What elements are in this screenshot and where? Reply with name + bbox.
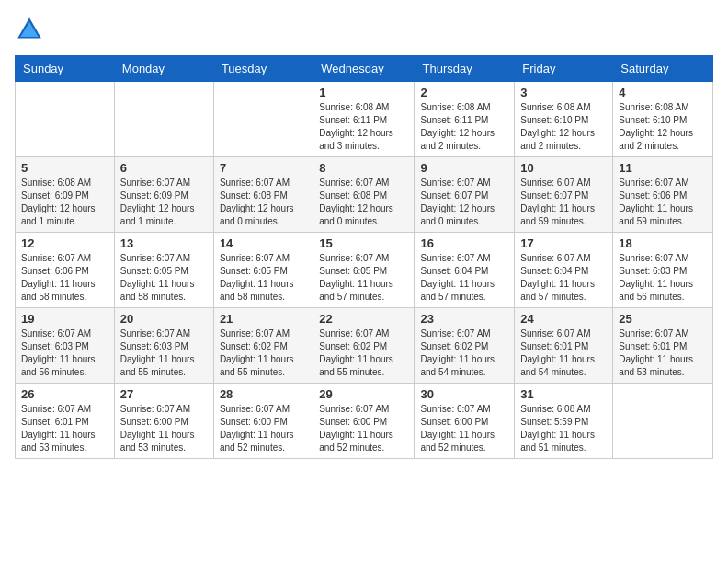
day-info: Sunrise: 6:07 AM Sunset: 6:05 PM Dayligh…	[319, 252, 408, 304]
logo-icon	[15, 15, 44, 44]
day-info: Sunrise: 6:07 AM Sunset: 6:00 PM Dayligh…	[120, 403, 208, 454]
day-number: 25	[619, 312, 707, 326]
calendar-cell: 26Sunrise: 6:07 AM Sunset: 6:01 PM Dayli…	[16, 384, 115, 459]
calendar-header-tuesday: Tuesday	[213, 56, 313, 82]
day-info: Sunrise: 6:07 AM Sunset: 6:08 PM Dayligh…	[220, 177, 307, 228]
calendar-cell: 12Sunrise: 6:07 AM Sunset: 6:06 PM Dayli…	[16, 233, 115, 308]
day-number: 27	[120, 387, 208, 401]
day-number: 13	[120, 236, 208, 250]
calendar-cell: 21Sunrise: 6:07 AM Sunset: 6:02 PM Dayli…	[213, 308, 313, 384]
day-number: 2	[420, 86, 508, 99]
calendar-header-thursday: Thursday	[415, 56, 515, 82]
day-info: Sunrise: 6:07 AM Sunset: 6:04 PM Dayligh…	[420, 252, 508, 304]
day-number: 11	[619, 161, 707, 175]
day-number: 6	[120, 161, 208, 175]
day-info: Sunrise: 6:07 AM Sunset: 6:05 PM Dayligh…	[120, 252, 208, 304]
calendar-cell: 24Sunrise: 6:07 AM Sunset: 6:01 PM Dayli…	[515, 308, 613, 384]
day-number: 20	[120, 312, 208, 326]
calendar-cell: 14Sunrise: 6:07 AM Sunset: 6:05 PM Dayli…	[213, 233, 313, 308]
day-number: 24	[520, 312, 607, 326]
day-number: 10	[520, 161, 607, 175]
page: SundayMondayTuesdayWednesdayThursdayFrid…	[0, 0, 728, 474]
day-info: Sunrise: 6:07 AM Sunset: 6:02 PM Dayligh…	[220, 327, 307, 379]
day-info: Sunrise: 6:08 AM Sunset: 6:11 PM Dayligh…	[319, 101, 408, 153]
calendar-cell: 2Sunrise: 6:08 AM Sunset: 6:11 PM Daylig…	[415, 82, 515, 157]
day-number: 31	[520, 387, 607, 401]
calendar-cell	[213, 82, 313, 157]
day-number: 26	[21, 387, 108, 401]
day-info: Sunrise: 6:07 AM Sunset: 6:00 PM Dayligh…	[420, 403, 508, 454]
calendar-cell	[613, 384, 713, 459]
calendar-header-wednesday: Wednesday	[313, 56, 415, 82]
calendar-cell: 9Sunrise: 6:07 AM Sunset: 6:07 PM Daylig…	[415, 157, 515, 233]
day-number: 9	[420, 161, 508, 175]
day-info: Sunrise: 6:07 AM Sunset: 6:05 PM Dayligh…	[220, 252, 307, 304]
day-info: Sunrise: 6:07 AM Sunset: 6:00 PM Dayligh…	[220, 403, 307, 454]
calendar-week-row: 12Sunrise: 6:07 AM Sunset: 6:06 PM Dayli…	[16, 233, 713, 308]
day-number: 21	[220, 312, 307, 326]
day-info: Sunrise: 6:08 AM Sunset: 5:59 PM Dayligh…	[520, 403, 607, 454]
calendar-cell: 29Sunrise: 6:07 AM Sunset: 6:00 PM Dayli…	[313, 384, 415, 459]
day-info: Sunrise: 6:07 AM Sunset: 6:07 PM Dayligh…	[520, 177, 607, 228]
day-info: Sunrise: 6:07 AM Sunset: 6:01 PM Dayligh…	[619, 327, 707, 379]
day-info: Sunrise: 6:08 AM Sunset: 6:09 PM Dayligh…	[21, 177, 108, 228]
day-number: 3	[520, 86, 607, 99]
calendar-week-row: 19Sunrise: 6:07 AM Sunset: 6:03 PM Dayli…	[16, 308, 713, 384]
day-number: 23	[420, 312, 508, 326]
calendar-cell: 18Sunrise: 6:07 AM Sunset: 6:03 PM Dayli…	[613, 233, 713, 308]
day-number: 8	[319, 161, 408, 175]
calendar-week-row: 5Sunrise: 6:08 AM Sunset: 6:09 PM Daylig…	[16, 157, 713, 233]
calendar-header-monday: Monday	[114, 56, 213, 82]
day-number: 22	[319, 312, 408, 326]
calendar-cell: 3Sunrise: 6:08 AM Sunset: 6:10 PM Daylig…	[515, 82, 613, 157]
day-info: Sunrise: 6:07 AM Sunset: 6:01 PM Dayligh…	[520, 327, 607, 379]
calendar-cell: 10Sunrise: 6:07 AM Sunset: 6:07 PM Dayli…	[515, 157, 613, 233]
calendar-cell: 16Sunrise: 6:07 AM Sunset: 6:04 PM Dayli…	[415, 233, 515, 308]
day-info: Sunrise: 6:08 AM Sunset: 6:10 PM Dayligh…	[520, 101, 607, 153]
calendar-cell: 25Sunrise: 6:07 AM Sunset: 6:01 PM Dayli…	[613, 308, 713, 384]
calendar-cell: 20Sunrise: 6:07 AM Sunset: 6:03 PM Dayli…	[114, 308, 213, 384]
day-info: Sunrise: 6:08 AM Sunset: 6:10 PM Dayligh…	[619, 101, 707, 153]
day-info: Sunrise: 6:08 AM Sunset: 6:11 PM Dayligh…	[420, 101, 508, 153]
calendar-week-row: 26Sunrise: 6:07 AM Sunset: 6:01 PM Dayli…	[16, 384, 713, 459]
calendar-header-sunday: Sunday	[16, 56, 115, 82]
day-info: Sunrise: 6:07 AM Sunset: 6:01 PM Dayligh…	[21, 403, 108, 454]
calendar-cell: 5Sunrise: 6:08 AM Sunset: 6:09 PM Daylig…	[16, 157, 115, 233]
day-info: Sunrise: 6:07 AM Sunset: 6:07 PM Dayligh…	[420, 177, 508, 228]
day-number: 1	[319, 86, 408, 99]
calendar-cell: 23Sunrise: 6:07 AM Sunset: 6:02 PM Dayli…	[415, 308, 515, 384]
day-info: Sunrise: 6:07 AM Sunset: 6:02 PM Dayligh…	[319, 327, 408, 379]
calendar-header-saturday: Saturday	[613, 56, 713, 82]
day-number: 14	[220, 236, 307, 250]
day-number: 4	[619, 86, 707, 99]
header	[15, 15, 713, 44]
calendar-header-row: SundayMondayTuesdayWednesdayThursdayFrid…	[16, 56, 713, 82]
day-info: Sunrise: 6:07 AM Sunset: 6:08 PM Dayligh…	[319, 177, 408, 228]
calendar-cell: 17Sunrise: 6:07 AM Sunset: 6:04 PM Dayli…	[515, 233, 613, 308]
calendar-cell: 7Sunrise: 6:07 AM Sunset: 6:08 PM Daylig…	[213, 157, 313, 233]
calendar-cell: 19Sunrise: 6:07 AM Sunset: 6:03 PM Dayli…	[16, 308, 115, 384]
day-number: 15	[319, 236, 408, 250]
calendar-cell: 30Sunrise: 6:07 AM Sunset: 6:00 PM Dayli…	[415, 384, 515, 459]
day-number: 5	[21, 161, 108, 175]
day-info: Sunrise: 6:07 AM Sunset: 6:00 PM Dayligh…	[319, 403, 408, 454]
day-info: Sunrise: 6:07 AM Sunset: 6:03 PM Dayligh…	[619, 252, 707, 304]
day-info: Sunrise: 6:07 AM Sunset: 6:03 PM Dayligh…	[21, 327, 108, 379]
calendar-cell: 15Sunrise: 6:07 AM Sunset: 6:05 PM Dayli…	[313, 233, 415, 308]
day-number: 28	[220, 387, 307, 401]
day-info: Sunrise: 6:07 AM Sunset: 6:02 PM Dayligh…	[420, 327, 508, 379]
day-number: 29	[319, 387, 408, 401]
day-number: 17	[520, 236, 607, 250]
calendar-cell: 31Sunrise: 6:08 AM Sunset: 5:59 PM Dayli…	[515, 384, 613, 459]
calendar-cell: 6Sunrise: 6:07 AM Sunset: 6:09 PM Daylig…	[114, 157, 213, 233]
calendar-cell	[114, 82, 213, 157]
day-info: Sunrise: 6:07 AM Sunset: 6:03 PM Dayligh…	[120, 327, 208, 379]
day-number: 30	[420, 387, 508, 401]
day-number: 7	[220, 161, 307, 175]
logo	[15, 15, 48, 44]
calendar-cell: 13Sunrise: 6:07 AM Sunset: 6:05 PM Dayli…	[114, 233, 213, 308]
day-info: Sunrise: 6:07 AM Sunset: 6:04 PM Dayligh…	[520, 252, 607, 304]
day-number: 18	[619, 236, 707, 250]
calendar-cell: 11Sunrise: 6:07 AM Sunset: 6:06 PM Dayli…	[613, 157, 713, 233]
calendar-cell: 27Sunrise: 6:07 AM Sunset: 6:00 PM Dayli…	[114, 384, 213, 459]
